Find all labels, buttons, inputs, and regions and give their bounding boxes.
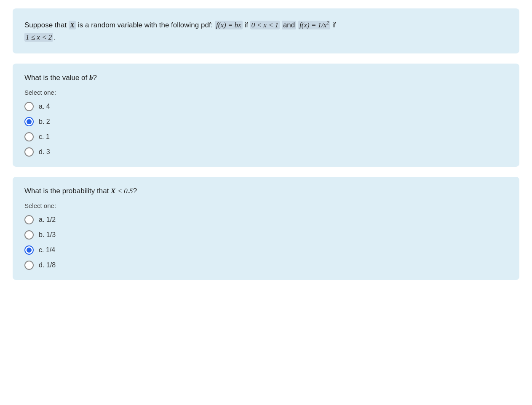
problem-text: Suppose that X is a random variable with… xyxy=(24,19,508,43)
radio-q1b[interactable] xyxy=(24,117,34,126)
radio-q2b[interactable] xyxy=(24,230,34,240)
list-item[interactable]: c. 1 xyxy=(24,132,508,141)
radio-inner-q1b xyxy=(27,119,32,124)
radio-inner-q2c xyxy=(27,248,32,253)
radio-q1c[interactable] xyxy=(24,132,34,141)
condition-prob: < 0.5 xyxy=(115,187,133,195)
radio-q1a[interactable] xyxy=(24,102,34,111)
formula-fx-1x2: f(x) = 1/x2 xyxy=(298,21,330,29)
radio-q1d[interactable] xyxy=(24,147,34,157)
question2-options: a. 1/2 b. 1/3 c. 1/4 d. 1/8 xyxy=(24,215,508,270)
list-item[interactable]: a. 4 xyxy=(24,102,508,111)
list-item[interactable]: a. 1/2 xyxy=(24,215,508,224)
question1-select-one: Select one: xyxy=(24,89,508,96)
option-label-q1c: c. 1 xyxy=(39,133,50,141)
option-label-q2b: b. 1/3 xyxy=(39,231,56,239)
radio-q2c[interactable] xyxy=(24,245,34,255)
and-text: and xyxy=(282,21,296,29)
condition-1: 0 < x < 1 xyxy=(250,21,280,29)
formula-fx-bx: f(x) = bx xyxy=(215,21,243,29)
option-label-q2a: a. 1/2 xyxy=(39,216,56,224)
list-item[interactable]: c. 1/4 xyxy=(24,245,508,255)
option-label-q1b: b. 2 xyxy=(39,118,50,125)
list-item[interactable]: d. 1/8 xyxy=(24,261,508,270)
question1-card: What is the value of b? Select one: a. 4… xyxy=(13,64,519,167)
question2-select-one: Select one: xyxy=(24,202,508,209)
radio-q2a[interactable] xyxy=(24,215,34,224)
option-label-q1d: d. 3 xyxy=(39,148,50,156)
question1-label: What is the value of b? xyxy=(24,74,508,82)
option-label-q2d: d. 1/8 xyxy=(39,261,56,269)
radio-q2d[interactable] xyxy=(24,261,34,270)
list-item[interactable]: b. 1/3 xyxy=(24,230,508,240)
list-item[interactable]: d. 3 xyxy=(24,147,508,157)
question1-options: a. 4 b. 2 c. 1 d. 3 xyxy=(24,102,508,157)
question2-card: What is the probability that X < 0.5? Se… xyxy=(13,177,519,280)
var-X2: X xyxy=(111,187,115,195)
list-item[interactable]: b. 2 xyxy=(24,117,508,126)
option-label-q1a: a. 4 xyxy=(39,103,50,110)
var-X: X xyxy=(69,21,76,29)
problem-card: Suppose that X is a random variable with… xyxy=(13,8,519,53)
question2-label: What is the probability that X < 0.5? xyxy=(24,187,508,195)
option-label-q2c: c. 1/4 xyxy=(39,246,55,254)
var-b: b xyxy=(89,74,93,82)
condition-2: 1 ≤ x < 2 xyxy=(24,33,53,42)
